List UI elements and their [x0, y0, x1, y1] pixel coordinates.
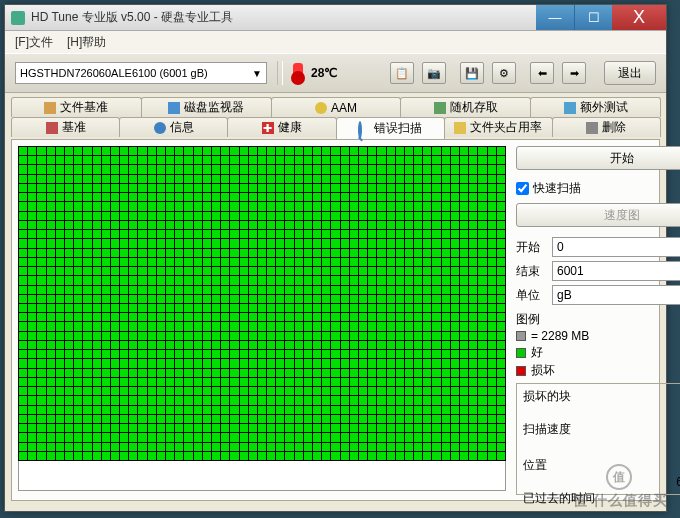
position-value: 6001 gB: [676, 475, 680, 489]
screenshot-button[interactable]: 📷: [422, 62, 446, 84]
legend-block-icon: [516, 331, 526, 341]
tab-folder-usage[interactable]: 文件夹占用率: [444, 117, 553, 137]
copy-button[interactable]: 📋: [390, 62, 414, 84]
unit-select[interactable]: gB ▼: [552, 285, 680, 305]
temperature-value: 28℃: [311, 66, 337, 80]
legend-bad-label: 损坏: [531, 362, 555, 379]
start-input[interactable]: [552, 237, 680, 257]
tab-info[interactable]: 信息: [119, 117, 228, 137]
position-label: 位置: [523, 457, 547, 474]
tab-file-benchmark[interactable]: 文件基准: [11, 97, 142, 117]
options-button[interactable]: ⚙: [492, 62, 516, 84]
arrow-left-icon: ⬅: [538, 67, 547, 80]
speaker-icon: [315, 102, 327, 114]
info-icon: [154, 122, 166, 134]
toolbar: HGSTHDN726060ALE6100 (6001 gB) ▼ 28℃ 📋 📷…: [5, 53, 666, 93]
window-title: HD Tune 专业版 v5.00 - 硬盘专业工具: [31, 9, 536, 26]
app-window: HD Tune 专业版 v5.00 - 硬盘专业工具 — ☐ X [F]文件 […: [4, 4, 667, 512]
app-icon: [11, 11, 25, 25]
camera-icon: 📷: [427, 67, 441, 80]
start-scan-button[interactable]: 开始: [516, 146, 680, 170]
tab-content: 开始 快速扫描 速度图 开始 ▲▼ 结束 ▲▼: [11, 139, 660, 501]
trash-icon: [586, 122, 598, 134]
tab-aam[interactable]: AAM: [271, 97, 402, 117]
legend-title: 图例: [516, 311, 680, 328]
minimize-button[interactable]: —: [536, 5, 574, 30]
tab-delete[interactable]: 删除: [552, 117, 661, 137]
save-button[interactable]: 💾: [460, 62, 484, 84]
copy-icon: 📋: [395, 67, 409, 80]
quick-scan-checkbox[interactable]: [516, 182, 529, 195]
damaged-blocks-label: 损坏的块: [523, 388, 571, 405]
scan-grid: [18, 146, 506, 461]
close-button[interactable]: X: [612, 5, 666, 30]
nav-right-button[interactable]: ➡: [562, 62, 586, 84]
menu-file[interactable]: [F]文件: [15, 34, 53, 51]
tabs-container: 文件基准 磁盘监视器 AAM 随机存取 额外测试 基准 信息 ✚健康 错误扫描 …: [5, 93, 666, 501]
monitor-icon: [168, 102, 180, 114]
nav-left-button[interactable]: ⬅: [530, 62, 554, 84]
tab-benchmark[interactable]: 基准: [11, 117, 120, 137]
stats-box: 损坏的块 0.0 % 扫描速度 无 位置 6001 gB 已过去的时间 0:32: [516, 383, 680, 495]
menubar: [F]文件 [H]帮助: [5, 31, 666, 53]
thermometer-icon: [293, 63, 303, 83]
quick-scan-label: 快速扫描: [533, 180, 581, 197]
watermark-text: 值 什么值得买: [573, 492, 668, 510]
start-label: 开始: [516, 239, 548, 256]
magnifier-icon: [358, 123, 370, 135]
health-icon: ✚: [262, 122, 274, 134]
tab-extra-tests[interactable]: 额外测试: [530, 97, 661, 117]
toolbar-separator: [277, 61, 283, 85]
tab-health[interactable]: ✚健康: [227, 117, 336, 137]
chevron-down-icon: ▼: [252, 68, 262, 79]
folder-icon: [454, 122, 466, 134]
test-icon: [564, 102, 576, 114]
legend-bad-icon: [516, 366, 526, 376]
gear-icon: ⚙: [499, 67, 509, 80]
side-panel: 开始 快速扫描 速度图 开始 ▲▼ 结束 ▲▼: [506, 146, 680, 494]
save-icon: 💾: [465, 67, 479, 80]
watermark-logo: 值: [606, 464, 632, 490]
drive-select[interactable]: HGSTHDN726060ALE6100 (6001 gB) ▼: [15, 62, 267, 84]
tab-error-scan[interactable]: 错误扫描: [336, 117, 445, 139]
scan-speed-label: 扫描速度: [523, 421, 571, 438]
exit-button[interactable]: 退出: [604, 61, 656, 85]
scan-area: [18, 146, 506, 494]
maximize-button[interactable]: ☐: [574, 5, 612, 30]
legend-good-icon: [516, 348, 526, 358]
gauge-icon: [46, 122, 58, 134]
arrow-right-icon: ➡: [570, 67, 579, 80]
titlebar[interactable]: HD Tune 专业版 v5.00 - 硬盘专业工具 — ☐ X: [5, 5, 666, 31]
speed-map-button[interactable]: 速度图: [516, 203, 680, 227]
end-input[interactable]: [552, 261, 680, 281]
end-label: 结束: [516, 263, 548, 280]
drive-select-text: HGSTHDN726060ALE6100 (6001 gB): [20, 67, 208, 79]
legend-good-label: 好: [531, 344, 543, 361]
tab-disk-monitor[interactable]: 磁盘监视器: [141, 97, 272, 117]
scan-footer-strip: [18, 461, 506, 491]
legend-block-label: = 2289 MB: [531, 329, 589, 343]
unit-label: 单位: [516, 287, 548, 304]
random-icon: [434, 102, 446, 114]
book-icon: [44, 102, 56, 114]
tab-random-access[interactable]: 随机存取: [400, 97, 531, 117]
menu-help[interactable]: [H]帮助: [67, 34, 106, 51]
legend: 图例 = 2289 MB 好 损坏: [516, 311, 680, 379]
